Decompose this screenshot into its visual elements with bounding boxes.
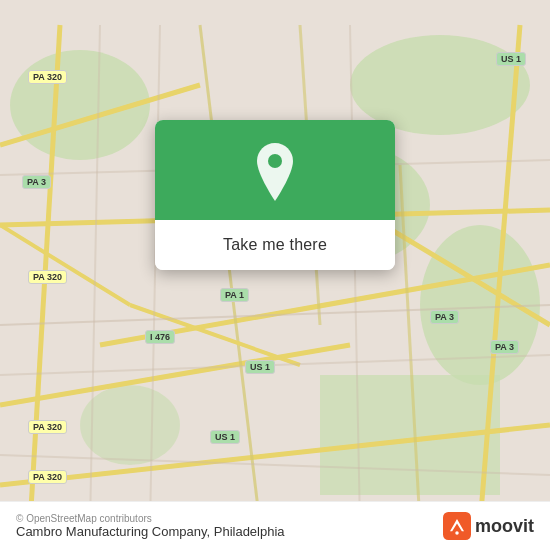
attribution-text: © OpenStreetMap contributors [16,513,285,524]
bottom-bar: © OpenStreetMap contributors Cambro Manu… [0,501,550,550]
road-label-pa3-right: PA 3 [430,310,459,324]
svg-point-4 [420,225,540,385]
location-name-text: Cambro Manufacturing Company, Philadelph… [16,524,285,539]
take-me-there-button[interactable]: Take me there [215,232,335,258]
road-label-pa3-left: PA 3 [22,175,51,189]
road-label-pa320-top: PA 320 [28,70,67,84]
map-background [0,0,550,550]
bottom-bar-info: © OpenStreetMap contributors Cambro Manu… [16,513,285,539]
moovit-logo: moovit [443,512,534,540]
moovit-icon [443,512,471,540]
road-label-pa320-bottom: PA 320 [28,420,67,434]
moovit-text: moovit [475,516,534,537]
popup-button-area: Take me there [155,220,395,270]
road-label-us1-top: US 1 [496,52,526,66]
map-container: PA 320 US 1 PA 3 PA 320 PA 1 I 476 US 1 … [0,0,550,550]
location-pin-icon [250,147,300,197]
svg-point-27 [268,154,282,168]
svg-point-29 [455,531,459,535]
road-label-us1-bottom: US 1 [210,430,240,444]
road-label-pa320-mid: PA 320 [28,270,67,284]
road-label-us1-center: US 1 [245,360,275,374]
road-label-pa1: PA 1 [220,288,249,302]
road-label-pa320-btm2: PA 320 [28,470,67,484]
location-popup: Take me there [155,120,395,270]
road-label-pa3-far-right: PA 3 [490,340,519,354]
svg-point-6 [80,385,180,465]
road-label-i476: I 476 [145,330,175,344]
svg-rect-28 [443,512,471,540]
popup-green-header [155,120,395,220]
